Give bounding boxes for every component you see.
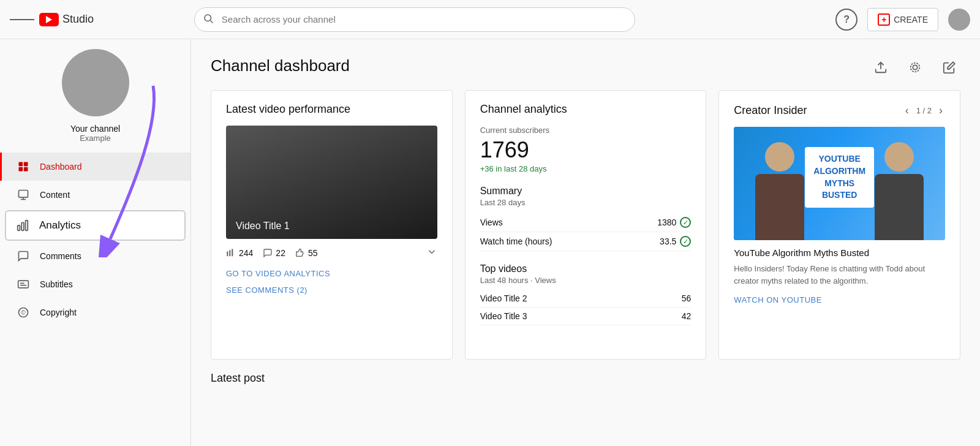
sidebar-nav: Dashboard Content: [0, 153, 190, 327]
likes-stat: 55: [295, 248, 318, 258]
svg-rect-20: [227, 251, 228, 256]
views-value: 244: [239, 248, 253, 258]
creator-description: Hello Insiders! Today Rene is chatting w…: [734, 263, 945, 287]
creator-thumbnail: YOUTUBE ALGORITHM MYTHS BUSTED: [734, 127, 945, 240]
svg-rect-9: [18, 225, 20, 230]
views-icon: [226, 248, 236, 258]
thumb-badge-line1: YOUTUBE: [813, 153, 865, 165]
video-stats: 244 22 55: [226, 246, 437, 259]
views-row: Views 1380 ✓: [480, 213, 692, 232]
svg-rect-22: [232, 249, 233, 256]
latest-post-section: Latest post: [211, 372, 960, 385]
top-icons: [870, 56, 960, 78]
live-icon[interactable]: [904, 56, 926, 78]
edit-icon[interactable]: [938, 56, 960, 78]
views-label: Views: [480, 217, 503, 227]
thumb-badge-line3: MYTHS: [813, 178, 865, 190]
summary-sub: Last 28 days: [480, 198, 692, 207]
sidebar-item-label-comments: Comments: [40, 251, 81, 261]
svg-rect-10: [21, 222, 24, 230]
sidebar-item-analytics[interactable]: Analytics: [5, 210, 186, 241]
search-bar: [194, 7, 635, 32]
copyright-icon: ©: [17, 306, 30, 319]
views-stat: 244: [226, 248, 253, 258]
nav-right: ? CREATE: [835, 8, 970, 31]
creator-prev-button[interactable]: ‹: [903, 103, 911, 118]
svg-point-0: [205, 15, 211, 21]
watch-on-youtube-link[interactable]: WATCH ON YOUTUBE: [734, 295, 822, 304]
watch-time-row: Watch time (hours) 33.5 ✓: [480, 232, 692, 251]
studio-label: Studio: [62, 13, 94, 26]
sidebar-item-content[interactable]: Content: [0, 181, 190, 209]
top-video-1: Video Title 2 56: [480, 290, 692, 308]
svg-rect-11: [26, 221, 28, 231]
youtube-icon: [39, 13, 59, 26]
sidebar-item-subtitles[interactable]: Subtitles: [0, 270, 190, 298]
expand-button[interactable]: [426, 246, 437, 259]
studio-logo: Studio: [39, 13, 94, 26]
content-icon: [17, 188, 30, 202]
top-videos-sub: Last 48 hours · Views: [480, 276, 692, 285]
watch-time-val: 33.5 ✓: [660, 236, 691, 247]
comments-stat-icon: [263, 248, 273, 258]
search-icon: [203, 13, 214, 26]
watch-time-number: 33.5: [660, 236, 676, 246]
views-number: 1380: [657, 217, 676, 227]
creator-insider-card: Creator Insider ‹ 1 / 2 ›: [718, 90, 960, 360]
video-title-overlay: Video Title 1: [236, 221, 290, 232]
svg-rect-6: [19, 191, 28, 198]
svg-point-18: [913, 65, 917, 69]
views-val: 1380 ✓: [657, 217, 691, 228]
watch-time-check-icon: ✓: [680, 236, 691, 247]
sidebar: Your channel Example Dashboard C: [0, 39, 191, 446]
user-avatar[interactable]: [948, 9, 970, 31]
help-button[interactable]: ?: [835, 9, 858, 31]
search-input[interactable]: [194, 7, 635, 32]
upload-icon[interactable]: [870, 56, 892, 78]
svg-rect-12: [18, 281, 29, 288]
sidebar-item-label-analytics: Analytics: [39, 219, 81, 232]
svg-rect-21: [229, 250, 230, 256]
sidebar-item-copyright[interactable]: © Copyright: [0, 298, 190, 327]
channel-analytics-title: Channel analytics: [480, 103, 692, 116]
summary-section: Summary Last 28 days Views 1380 ✓ Watch …: [480, 186, 692, 251]
sidebar-item-label-copyright: Copyright: [40, 308, 77, 317]
subscribers-label: Current subscribers: [480, 126, 692, 135]
sidebar-channel-name: Your channel: [70, 124, 120, 134]
layout: Your channel Example Dashboard C: [0, 39, 980, 446]
growth-badge: +36 in last 28 days: [480, 164, 692, 173]
create-button[interactable]: CREATE: [867, 8, 938, 31]
creator-nav: ‹ 1 / 2 ›: [903, 103, 945, 118]
create-icon: [878, 13, 890, 26]
top-video-2-title: Video Title 3: [480, 311, 527, 321]
svg-rect-5: [24, 167, 28, 172]
sidebar-item-comments[interactable]: Comments: [0, 242, 190, 270]
see-comments-link[interactable]: SEE COMMENTS (2): [226, 285, 437, 295]
comments-stat: 22: [263, 248, 285, 258]
comments-icon: [17, 249, 30, 263]
cards-row: Latest video performance Video Title 1 2…: [211, 90, 960, 360]
comments-value: 22: [276, 248, 285, 258]
svg-rect-3: [24, 162, 28, 167]
subtitles-icon: [17, 278, 30, 291]
sidebar-item-dashboard[interactable]: Dashboard: [0, 153, 190, 181]
views-check-icon: ✓: [680, 217, 691, 228]
creator-next-button[interactable]: ›: [937, 103, 945, 118]
go-to-video-analytics-link[interactable]: GO TO VIDEO ANALYTICS: [226, 269, 437, 278]
analytics-icon: [16, 219, 29, 232]
svg-line-1: [211, 20, 213, 23]
thumb-badge-line2: ALGORITHM: [813, 165, 865, 178]
sidebar-item-label-subtitles: Subtitles: [40, 279, 73, 289]
likes-value: 55: [308, 248, 318, 258]
subscribers-section: Current subscribers 1769 +36 in last 28 …: [480, 126, 692, 173]
main-content: Channel dashboard: [191, 39, 980, 446]
svg-point-19: [911, 63, 920, 72]
hamburger-menu[interactable]: [10, 7, 34, 32]
watch-time-label: Watch time (hours): [480, 236, 552, 246]
channel-analytics-card: Channel analytics Current subscribers 17…: [465, 90, 707, 360]
create-label: CREATE: [894, 15, 928, 25]
creator-video-title: YouTube Algorithm Myths Busted: [734, 248, 945, 258]
svg-rect-4: [19, 167, 23, 172]
sidebar-avatar: [62, 49, 129, 116]
likes-icon: [295, 248, 305, 258]
